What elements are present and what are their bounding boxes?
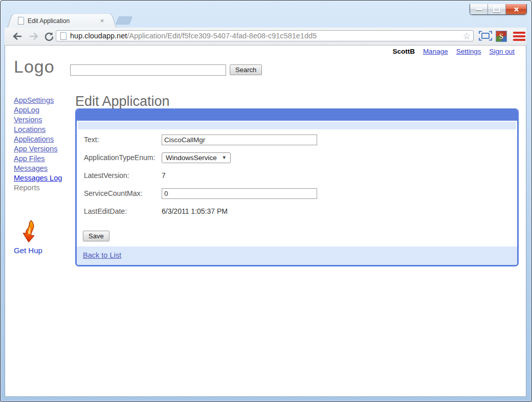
sidebar-item-applications[interactable]: Applications <box>14 135 78 144</box>
form-row-application-type: ApplicationTypeEnum: WindowsService <box>84 152 517 163</box>
tab-title: Edit Application <box>28 17 98 25</box>
application-type-value: WindowsService <box>166 154 217 162</box>
edit-form: Text: ApplicationTypeEnum: WindowsServic… <box>77 129 517 230</box>
get-hup-link[interactable]: Get Hup <box>14 246 60 255</box>
sidebar-item-messages[interactable]: Messages <box>14 164 78 173</box>
search-button[interactable]: Search <box>230 64 262 75</box>
hamburger-menu-icon <box>513 32 525 34</box>
back-icon <box>12 32 23 40</box>
browser-window: Edit Application hup.cloudapp.net/Applic… <box>0 0 532 402</box>
back-to-list-link[interactable]: Back to List <box>83 251 121 259</box>
form-row-latest-version: LatestVersion: 7 <box>84 170 517 181</box>
sidebar-item-app-versions[interactable]: App Versions <box>14 144 78 154</box>
flame-arrow-icon[interactable] <box>19 219 39 244</box>
url-page-icon <box>60 32 66 40</box>
page-content: ScottB Manage Settings Sign out Logo Sea… <box>5 46 526 397</box>
form-row-last-edit-date: LastEditDate: 6/3/2011 1:05:37 PM <box>84 206 517 217</box>
dropdown-arrow-icon <box>222 155 227 160</box>
sidebar-item-messages-log[interactable]: Messages Log <box>14 173 78 183</box>
browser-toolbar: hup.cloudapp.net/Application/Edit/f5fce3… <box>5 28 526 46</box>
forward-button[interactable] <box>27 30 40 42</box>
user-bar: ScottB Manage Settings Sign out <box>392 48 515 55</box>
extension-letter: S <box>499 32 503 41</box>
manage-link[interactable]: Manage <box>423 48 448 55</box>
search-input[interactable] <box>70 64 226 76</box>
service-count-max-field[interactable] <box>162 188 317 199</box>
url-text: hup.cloudapp.net/Application/Edit/f5fce3… <box>70 32 317 40</box>
sign-out-link[interactable]: Sign out <box>489 48 515 55</box>
latest-version-value: 7 <box>162 171 166 180</box>
save-button[interactable]: Save <box>83 231 109 241</box>
url-domain: hup.cloudapp.net <box>70 32 127 40</box>
settings-link[interactable]: Settings <box>456 48 481 55</box>
main-area: Edit Application Text: ApplicationTypeEn… <box>75 94 519 266</box>
capture-frame-icon <box>479 31 492 41</box>
sidebar-item-applog[interactable]: AppLog <box>14 105 78 115</box>
new-tab-button[interactable] <box>116 16 132 25</box>
sidebar-item-locations[interactable]: Locations <box>14 125 78 135</box>
latest-version-label: LatestVersion: <box>84 171 162 180</box>
sidebar-item-app-files[interactable]: App Files <box>14 154 78 164</box>
close-button[interactable] <box>506 4 526 14</box>
url-path: /Application/Edit/f5fce309-5407-4fad-8e0… <box>127 32 317 40</box>
window-controls <box>470 4 527 15</box>
application-type-select[interactable]: WindowsService <box>162 152 231 163</box>
back-button[interactable] <box>11 30 24 42</box>
last-edit-date-label: LastEditDate: <box>84 207 162 215</box>
refresh-button[interactable] <box>42 30 56 42</box>
tab-close-icon[interactable] <box>98 17 106 25</box>
sidebar-item-reports: Reports <box>14 184 40 192</box>
browser-menu-button[interactable] <box>513 32 525 41</box>
minimize-icon <box>476 9 482 10</box>
get-hup-block: Get Hup <box>14 219 60 255</box>
maximize-button[interactable] <box>488 4 506 14</box>
url-bar[interactable]: hup.cloudapp.net/Application/Edit/f5fce3… <box>56 30 474 41</box>
close-icon <box>514 7 519 12</box>
refresh-icon <box>45 32 54 41</box>
minimize-button[interactable] <box>470 4 488 14</box>
fullscreen-capture-button[interactable] <box>479 31 492 41</box>
form-row-text: Text: <box>84 134 517 145</box>
form-row-service-count-max: ServiceCountMax: <box>84 188 517 199</box>
text-label: Text: <box>84 136 162 144</box>
site-logo: Logo <box>14 57 55 77</box>
edit-form-panel: Text: ApplicationTypeEnum: WindowsServic… <box>75 108 519 266</box>
panel-footer: Back to List <box>77 247 517 265</box>
username: ScottB <box>392 48 415 55</box>
maximize-icon <box>493 6 500 12</box>
last-edit-date-value: 6/3/2011 1:05:37 PM <box>162 207 228 215</box>
bookmark-star-icon[interactable] <box>463 31 471 42</box>
application-type-label: ApplicationTypeEnum: <box>84 153 162 162</box>
panel-header-bar <box>77 110 517 121</box>
browser-tab[interactable]: Edit Application <box>14 14 110 28</box>
sidebar-item-versions[interactable]: Versions <box>14 115 78 125</box>
sidebar-nav: AppSettings AppLog Versions Locations Ap… <box>14 96 78 193</box>
text-field[interactable] <box>162 135 317 145</box>
extension-button[interactable]: S <box>496 31 507 42</box>
page-favicon-icon <box>18 17 24 25</box>
panel-sub-bar <box>78 122 516 129</box>
page-title: Edit Application <box>75 94 519 108</box>
sidebar-item-appsettings[interactable]: AppSettings <box>14 96 78 105</box>
service-count-max-label: ServiceCountMax: <box>84 189 162 197</box>
forward-icon <box>29 32 39 40</box>
